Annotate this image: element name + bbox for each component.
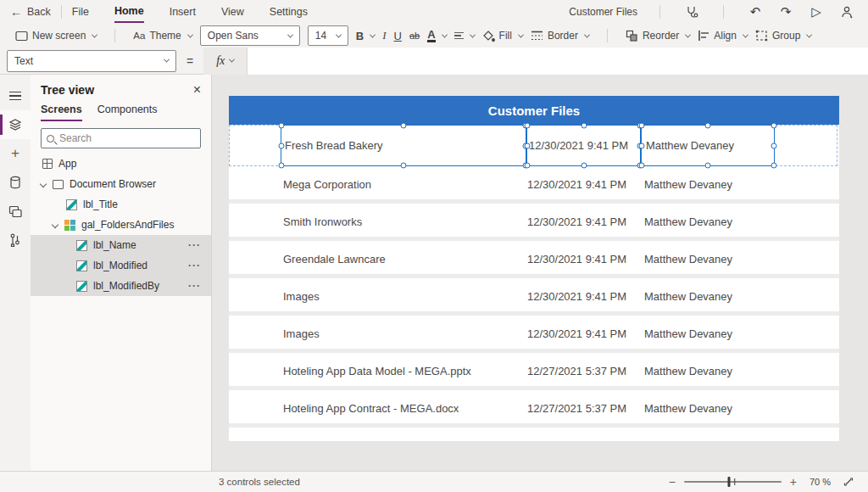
selection-handle[interactable]	[401, 123, 407, 129]
new-screen-button[interactable]: New screen	[15, 30, 97, 42]
gallery-row[interactable]: Smith Ironworks 12/30/2021 9:41 PM Matth…	[229, 204, 839, 241]
group-button[interactable]: Group	[755, 30, 811, 42]
selection-handle[interactable]	[705, 123, 711, 129]
gallery-row[interactable]: Hoteling App Contract - MEGA.docx 12/27/…	[229, 390, 839, 428]
fit-to-window-icon[interactable]	[839, 472, 858, 491]
file-name-label[interactable]: Hoteling App Data Model - MEGA.pptx	[283, 353, 471, 390]
more-options-icon[interactable]: ···	[188, 260, 201, 271]
selection-handle[interactable]	[771, 143, 777, 148]
tree-view-rail-icon[interactable]	[0, 110, 31, 139]
tab-screens[interactable]: Screens	[41, 103, 82, 121]
file-name-label[interactable]: Mega Corporation	[283, 166, 371, 204]
modified-label[interactable]: 12/30/2021 9:41 PM	[526, 125, 641, 166]
menu-view[interactable]: View	[221, 2, 244, 22]
menu-insert[interactable]: Insert	[170, 2, 196, 22]
property-select[interactable]: Text	[7, 50, 176, 72]
canvas-title-label[interactable]: Customer Files	[488, 103, 580, 118]
font-size-select[interactable]: 14	[308, 25, 348, 46]
gallery-row[interactable]: Hoteling App Data Model - MEGA.pptx 12/2…	[229, 353, 839, 390]
file-name-label[interactable]: Smith Ironworks	[283, 204, 362, 241]
theme-button[interactable]: Aa Theme	[133, 30, 192, 42]
modified-label[interactable]: 12/30/2021 9:41 PM	[527, 316, 626, 353]
selection-handle[interactable]	[705, 163, 711, 169]
tree-item-lbl-modified[interactable]: lbl_Modified ···	[31, 255, 211, 276]
zoom-in-icon[interactable]: +	[790, 475, 797, 489]
menu-settings[interactable]: Settings	[270, 2, 308, 22]
selection-handle[interactable]	[279, 123, 285, 129]
formula-input[interactable]	[248, 48, 868, 75]
selection-handle[interactable]	[401, 163, 407, 169]
modified-label[interactable]: 12/30/2021 9:41 PM	[527, 166, 626, 204]
tab-components[interactable]: Components	[97, 103, 158, 121]
undo-icon[interactable]: ↶	[746, 3, 765, 21]
modified-by-label[interactable]: Matthew Devaney	[641, 125, 775, 166]
bold-button[interactable]: B	[356, 30, 375, 42]
file-name-label[interactable]: Hoteling App Contract - MEGA.docx	[283, 390, 459, 428]
tree-item-app[interactable]: App	[31, 154, 211, 174]
modified-label[interactable]: 12/27/2021 5:37 PM	[527, 353, 626, 390]
border-button[interactable]: Border	[531, 30, 589, 42]
preview-play-icon[interactable]: ▷	[807, 3, 826, 21]
selection-handle[interactable]	[279, 143, 285, 148]
tree-item-lbl-name[interactable]: lbl_Name ···	[31, 235, 211, 255]
modified-label[interactable]: 12/30/2021 9:41 PM	[527, 241, 626, 278]
selection-handle[interactable]	[525, 163, 531, 169]
media-rail-icon[interactable]	[0, 197, 31, 226]
align-button[interactable]: Align	[698, 30, 748, 42]
font-color-button[interactable]: A	[427, 30, 446, 42]
file-name-label[interactable]: Images	[283, 316, 320, 353]
file-name-label[interactable]: Fresh Bread Bakery	[281, 125, 526, 166]
tree-item-lbl-modifiedby[interactable]: lbl_ModifiedBy ···	[31, 276, 211, 296]
app-canvas[interactable]: Customer Files Fresh Bread Bakery 12/30/…	[229, 96, 839, 441]
text-align-button[interactable]	[454, 32, 475, 40]
close-icon[interactable]: ×	[193, 84, 201, 96]
modified-by-label[interactable]: Matthew Devaney	[644, 390, 732, 428]
tree-item-gallery[interactable]: gal_FoldersAndFiles	[31, 215, 211, 235]
selection-handle[interactable]	[525, 143, 531, 148]
modified-by-label[interactable]: Matthew Devaney	[644, 241, 732, 278]
selection-handle[interactable]	[771, 123, 777, 129]
app-checker-icon[interactable]	[682, 3, 701, 21]
more-options-icon[interactable]: ···	[188, 280, 201, 292]
share-user-icon[interactable]	[837, 3, 856, 21]
selection-handle[interactable]	[581, 123, 587, 129]
back-button[interactable]: ← Back	[10, 5, 51, 19]
hamburger-menu-icon[interactable]	[0, 81, 31, 110]
tree-item-lbl-title[interactable]: lbl_Title	[31, 194, 211, 215]
tree-search[interactable]	[41, 128, 201, 148]
selection-handle[interactable]	[525, 123, 531, 129]
menu-file[interactable]: File	[72, 2, 89, 22]
font-family-select[interactable]: Open Sans	[200, 25, 300, 46]
reorder-button[interactable]: Reorder	[626, 30, 690, 42]
data-rail-icon[interactable]	[0, 168, 31, 197]
modified-by-label[interactable]: Matthew Devaney	[644, 278, 732, 316]
file-name-label[interactable]: Greendale Lawncare	[283, 241, 386, 278]
selection-handle[interactable]	[639, 143, 645, 148]
italic-button[interactable]: I	[382, 29, 386, 42]
strikethrough-button[interactable]: ab	[409, 31, 420, 41]
search-input[interactable]	[59, 132, 186, 144]
selection-handle[interactable]	[639, 163, 645, 169]
modified-by-label[interactable]: Matthew Devaney	[644, 166, 732, 204]
zoom-slider[interactable]	[684, 481, 782, 483]
modified-label[interactable]: 12/30/2021 9:41 PM	[527, 278, 626, 316]
gallery-row[interactable]: Fresh Bread Bakery 12/30/2021 9:41 PM Ma…	[229, 125, 839, 166]
selection-handle[interactable]	[639, 123, 645, 129]
file-name-label[interactable]: Images	[283, 278, 320, 316]
gallery-row[interactable]: Images 12/30/2021 9:41 PM Matthew Devane…	[229, 316, 839, 353]
canvas-title-bar[interactable]: Customer Files	[229, 96, 839, 125]
more-options-icon[interactable]: ···	[188, 239, 201, 251]
modified-by-label[interactable]: Matthew Devaney	[644, 204, 732, 241]
gallery-row[interactable]: Mega Corporation 12/30/2021 9:41 PM Matt…	[229, 166, 839, 204]
modified-by-label[interactable]: Matthew Devaney	[644, 316, 732, 353]
fx-button[interactable]: fx	[203, 48, 248, 75]
insert-rail-icon[interactable]: +	[0, 139, 31, 168]
gallery-row[interactable]: Images 12/30/2021 9:41 PM Matthew Devane…	[229, 278, 839, 316]
zoom-out-icon[interactable]: −	[669, 475, 676, 489]
gallery-row[interactable]: Greendale Lawncare 12/30/2021 9:41 PM Ma…	[229, 241, 839, 278]
menu-home[interactable]: Home	[114, 1, 144, 23]
selection-handle[interactable]	[581, 163, 587, 169]
selection-handle[interactable]	[771, 163, 777, 169]
advanced-tools-rail-icon[interactable]	[0, 226, 31, 254]
redo-icon[interactable]: ↷	[776, 3, 795, 21]
